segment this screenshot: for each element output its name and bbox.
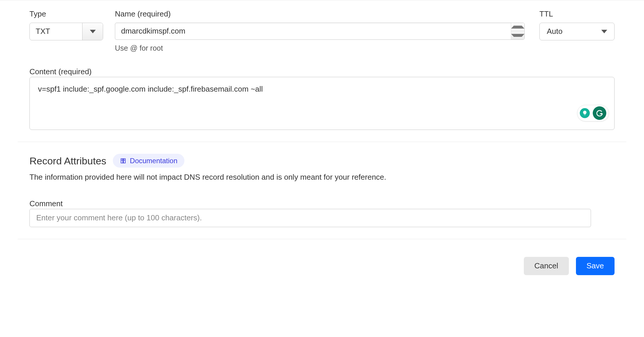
name-hint: Use @ for root: [115, 43, 525, 53]
name-spin-up[interactable]: [511, 23, 524, 31]
type-select[interactable]: TXT: [29, 23, 103, 40]
caret-down-icon: [601, 30, 607, 33]
name-field-group: Name (required) Use @ for root: [115, 9, 525, 53]
chevron-up-icon: [511, 26, 524, 29]
form-footer: Cancel Save: [18, 257, 626, 275]
type-field-group: Type TXT: [29, 9, 103, 53]
name-input[interactable]: [115, 23, 511, 39]
content-field-group: Content (required) v=spf1 include:_spf.g…: [18, 67, 626, 130]
dns-record-form: Type TXT Name (required) Use @ for root: [0, 0, 644, 337]
content-textarea[interactable]: v=spf1 include:_spf.google.com include:_…: [29, 77, 615, 130]
content-label: Content (required): [29, 67, 92, 76]
content-value: v=spf1 include:_spf.google.com include:_…: [38, 85, 263, 93]
record-attributes-description: The information provided here will not i…: [29, 172, 591, 182]
name-spin-down[interactable]: [511, 31, 524, 39]
grammarly-icon: [593, 106, 606, 120]
name-spin-buttons: [511, 23, 524, 39]
ttl-select[interactable]: Auto: [539, 23, 615, 40]
ttl-field-group: TTL Auto: [539, 9, 615, 53]
type-label: Type: [29, 9, 103, 19]
book-icon: [120, 158, 126, 164]
comment-label: Comment: [29, 199, 63, 208]
documentation-link[interactable]: Documentation: [113, 154, 184, 168]
comment-input[interactable]: [29, 209, 591, 227]
grammarly-widget[interactable]: [577, 105, 609, 121]
record-attributes-header: Record Attributes Documentation: [29, 154, 591, 168]
documentation-label: Documentation: [130, 156, 177, 165]
ttl-value: Auto: [547, 27, 563, 37]
lightbulb-icon: [580, 108, 590, 118]
ttl-label: TTL: [539, 9, 615, 19]
comment-field-group: Comment: [29, 199, 591, 227]
caret-down-icon: [90, 30, 96, 33]
type-dropdown-button[interactable]: [82, 23, 103, 40]
section-divider: [18, 142, 626, 142]
section-divider: [18, 239, 626, 239]
record-attributes-section: Record Attributes Documentation The info…: [18, 154, 626, 227]
record-attributes-title: Record Attributes: [29, 154, 106, 167]
cancel-button[interactable]: Cancel: [524, 257, 569, 275]
save-button[interactable]: Save: [576, 257, 615, 275]
name-combobox[interactable]: [115, 23, 525, 40]
type-value: TXT: [30, 23, 82, 40]
name-label: Name (required): [115, 9, 525, 19]
top-row: Type TXT Name (required) Use @ for root: [18, 0, 626, 53]
chevron-down-icon: [511, 34, 524, 37]
